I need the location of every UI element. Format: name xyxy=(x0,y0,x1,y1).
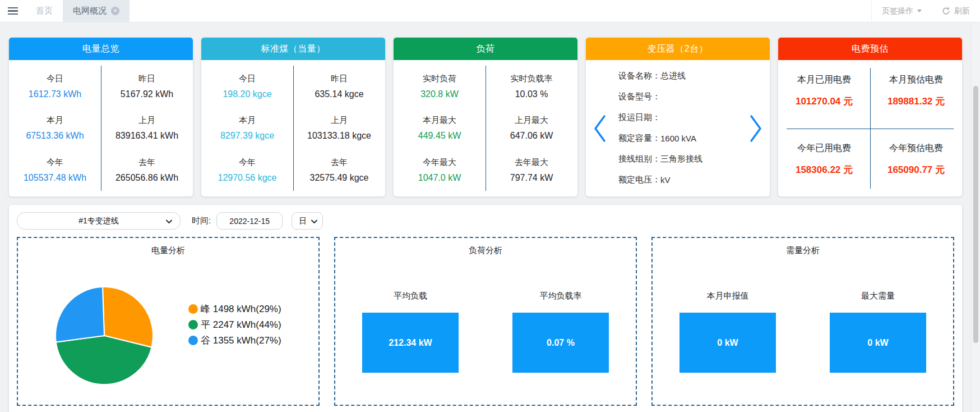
stat-pair: 今日1612.73 kWh xyxy=(9,74,101,99)
pie-slice-谷 xyxy=(56,287,104,342)
field-label: 接线组别： xyxy=(618,154,660,164)
granularity-select[interactable]: 日 xyxy=(292,212,323,230)
hamburger-icon xyxy=(8,7,18,9)
stat-pair: 上月103133.18 kgce xyxy=(293,115,385,141)
stat-label: 去年 xyxy=(101,157,193,168)
divider xyxy=(101,66,101,191)
topbar: 首页 电网概况 页签操作 刷新 xyxy=(0,0,980,22)
metric-declared-value: 本月申报值 0 kW xyxy=(653,291,803,373)
fee-cell: 本月预估电费189881.32 元 xyxy=(870,60,962,129)
transformer-field: 额定电压：kV xyxy=(618,170,770,190)
metric-avg-load-rate: 平均负载率 0.07 % xyxy=(486,291,636,373)
field-label: 设备型号： xyxy=(618,91,660,102)
stat-value: 5167.92 kWh xyxy=(101,89,193,99)
legend-dot xyxy=(188,304,198,314)
stat-pair: 实时负载率10.03 % xyxy=(486,74,577,99)
stat-pair: 去年最大797.74 kW xyxy=(486,157,577,183)
scrollbar[interactable] xyxy=(971,22,980,412)
menu-toggle-button[interactable] xyxy=(0,0,26,22)
divider xyxy=(787,129,954,129)
fee-cell: 本月已用电费101270.04 元 xyxy=(778,60,870,129)
transformer-field: 额定容量：1600 kVA xyxy=(618,128,770,149)
transformer-field: 接线组别：三角形接线 xyxy=(618,149,770,170)
tab-grid-overview[interactable]: 电网概况 xyxy=(63,0,130,22)
field-label: 额定电压： xyxy=(618,175,660,185)
stat-label: 去年最大 xyxy=(486,157,577,168)
stat-pair: 实时负荷320.8 kW xyxy=(394,74,486,99)
stat-pair: 今年105537.48 kWh xyxy=(9,157,101,183)
stat-pair: 本月最大449.45 kW xyxy=(394,115,486,141)
stat-value: 839163.41 kWh xyxy=(101,131,193,141)
granularity-select-value: 日 xyxy=(299,216,307,226)
metric-value-box: 0 kW xyxy=(830,313,926,373)
stat-value: 1047.0 kW xyxy=(394,173,486,183)
panel-energy-analysis: 电量分析 峰 1498 kWh(29%) 平 2247 kWh(44%) 谷 1… xyxy=(17,237,320,406)
stat-value: 67513.36 kWh xyxy=(9,131,101,141)
stat-pair: 今日198.20 kgce xyxy=(201,74,293,99)
stat-label: 实时负荷 xyxy=(394,74,486,84)
tab-grid-overview-label: 电网概况 xyxy=(73,6,107,16)
stat-value: 8297.39 kgce xyxy=(201,131,293,141)
energy-pie-chart xyxy=(54,285,155,386)
filter-row: #1专变进线 时间: 日 xyxy=(17,212,954,230)
fee-value: 158306.22 元 xyxy=(796,163,853,176)
metric-value-box: 212.34 kW xyxy=(362,313,459,373)
stat-pair: 上月最大647.06 kW xyxy=(486,115,577,141)
fee-cell: 今年预估电费165090.77 元 xyxy=(870,129,962,197)
fee-label: 今年已用电费 xyxy=(797,143,851,154)
chevron-down-icon xyxy=(165,219,173,224)
metric-label: 最大需量 xyxy=(803,291,953,301)
stat-value: 449.45 kW xyxy=(394,131,486,141)
fee-label: 今年预估电费 xyxy=(889,143,943,154)
fee-value: 189881.32 元 xyxy=(887,95,945,108)
stat-pair: 上月839163.41 kWh xyxy=(101,115,193,141)
stat-label: 今年 xyxy=(201,157,293,168)
tab-actions-button[interactable]: 页签操作 xyxy=(871,0,932,22)
card-fee-estimate: 电费预估 本月已用电费101270.04 元 本月预估电费189881.32 元… xyxy=(778,38,962,196)
chevron-down-icon xyxy=(917,10,922,12)
tab-home[interactable]: 首页 xyxy=(26,0,63,22)
stat-value: 32575.49 kgce xyxy=(293,173,385,183)
refresh-icon xyxy=(942,7,950,15)
stat-value: 320.8 kW xyxy=(394,89,486,99)
stat-pair: 本月67513.36 kWh xyxy=(9,115,101,141)
fee-label: 本月预估电费 xyxy=(889,74,943,86)
transformer-field: 设备型号： xyxy=(618,86,770,107)
legend-item-flat: 平 2247 kWh(44%) xyxy=(188,317,281,332)
panel-load-analysis: 负荷分析 平均负载 212.34 kW 平均负载率 0.07 % xyxy=(334,237,637,406)
fee-value: 101270.04 元 xyxy=(796,95,853,108)
legend-item-peak: 峰 1498 kWh(29%) xyxy=(188,301,281,317)
panel-energy-analysis-title: 电量分析 xyxy=(18,238,318,256)
stat-value: 103133.18 kgce xyxy=(293,131,385,141)
carousel-next-button[interactable] xyxy=(748,115,763,143)
stat-value: 797.74 kW xyxy=(486,173,577,183)
field-value: 三角形接线 xyxy=(660,154,702,164)
legend-dot xyxy=(188,336,198,345)
panel-load-analysis-title: 负荷分析 xyxy=(335,238,636,256)
time-label: 时间: xyxy=(192,216,211,226)
metric-value-box: 0.07 % xyxy=(512,313,609,373)
carousel-prev-button[interactable] xyxy=(593,115,607,143)
stat-value: 198.20 kgce xyxy=(201,89,293,99)
fee-label: 本月已用电费 xyxy=(797,74,851,86)
close-icon[interactable] xyxy=(111,7,119,15)
date-input[interactable] xyxy=(216,212,283,230)
stat-pair: 昨日635.14 kgce xyxy=(293,74,385,99)
refresh-button[interactable]: 刷新 xyxy=(932,0,980,22)
scrollbar-thumb[interactable] xyxy=(973,86,978,343)
fee-cell: 今年已用电费158306.22 元 xyxy=(778,129,870,197)
metric-label: 平均负载 xyxy=(335,291,486,301)
stat-pair: 去年32575.49 kgce xyxy=(293,157,385,183)
metric-label: 平均负载率 xyxy=(486,291,636,301)
metric-avg-load: 平均负载 212.34 kW xyxy=(335,291,486,373)
stat-label: 本月最大 xyxy=(394,115,486,126)
chevron-down-icon xyxy=(311,219,318,224)
pie-legend: 峰 1498 kWh(29%) 平 2247 kWh(44%) 谷 1355 k… xyxy=(188,301,281,348)
stat-label: 上月最大 xyxy=(486,115,577,126)
card-transformer: 变压器（2台） 设备名称：总进线 设备型号： 投运日期： 额定容量：1600 k… xyxy=(586,38,770,196)
divider xyxy=(486,66,486,191)
stat-value: 105537.48 kWh xyxy=(9,173,101,183)
stat-label: 实时负载率 xyxy=(486,74,577,84)
analysis-section: #1专变进线 时间: 日 电量分析 峰 1498 kWh(29%) 平 2247… xyxy=(9,205,962,412)
line-select[interactable]: #1专变进线 xyxy=(17,212,181,230)
